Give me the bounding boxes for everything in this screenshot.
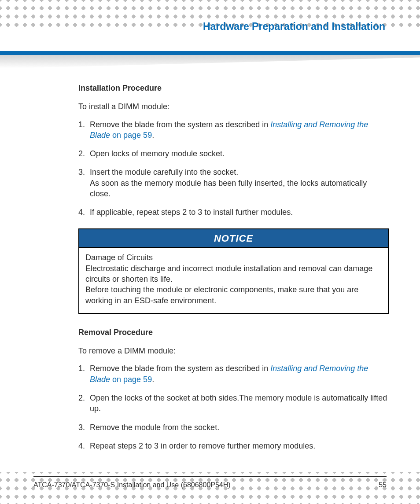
- install-step-2: Open locks of memory module socket.: [78, 148, 389, 159]
- text: .: [152, 375, 154, 384]
- install-intro: To install a DIMM module:: [78, 101, 389, 112]
- removal-heading: Removal Procedure: [78, 327, 389, 338]
- removal-step-2: Open the locks of the socket at both sid…: [78, 393, 389, 414]
- removal-step-3: Remove the module from the socket.: [78, 422, 389, 433]
- text: Open the locks of the socket at both sid…: [90, 394, 387, 413]
- page-content: Installation Procedure To install a DIMM…: [78, 83, 389, 462]
- chapter-title: Hardware Preparation and Installation: [77, 21, 385, 33]
- removal-step-1: Remove the blade from the system as desc…: [78, 363, 389, 385]
- header-rule-shadow: [0, 55, 420, 68]
- footer-doc-id: ATCA-7370/ATCA-7370-S Installation and U…: [33, 481, 231, 489]
- text: If applicable, repeat steps 2 to 3 to in…: [90, 208, 293, 217]
- removal-step-4: Repeat steps 2 to 3 in order to remove f…: [78, 441, 389, 451]
- text: Insert the module carefully into the soc…: [90, 168, 238, 177]
- text: As soon as the memory module has been fu…: [90, 178, 389, 199]
- text: Remove the blade from the system as desc…: [90, 364, 270, 373]
- removal-steps: Remove the blade from the system as desc…: [78, 363, 389, 451]
- removal-intro: To remove a DIMM module:: [78, 346, 389, 356]
- text: Remove the module from the socket.: [90, 423, 219, 432]
- notice-label: NOTICE: [79, 229, 388, 248]
- text: Open locks of memory module socket.: [90, 149, 225, 158]
- notice-line: Electrostatic discharge and incorrect mo…: [85, 263, 382, 285]
- footer-rule: [33, 476, 387, 477]
- notice-box: NOTICE Damage of Circuits Electrostatic …: [78, 228, 389, 314]
- xref-page[interactable]: on page 59: [110, 375, 152, 384]
- text: Remove the blade from the system as desc…: [90, 120, 270, 129]
- notice-line: Damage of Circuits: [85, 252, 382, 263]
- install-steps: Remove the blade from the system as desc…: [78, 119, 389, 218]
- xref-page[interactable]: on page 59: [110, 131, 152, 140]
- install-step-3: Insert the module carefully into the soc…: [78, 167, 389, 199]
- header-rule-blue: [0, 51, 420, 55]
- install-heading: Installation Procedure: [78, 83, 389, 93]
- text: Repeat steps 2 to 3 in order to remove f…: [90, 441, 315, 450]
- page-footer: ATCA-7370/ATCA-7370-S Installation and U…: [33, 481, 387, 489]
- text: .: [152, 131, 154, 140]
- notice-line: Before touching the module or electronic…: [85, 284, 382, 306]
- install-step-4: If applicable, repeat steps 2 to 3 to in…: [78, 207, 389, 217]
- install-step-1: Remove the blade from the system as desc…: [78, 119, 389, 141]
- notice-body: Damage of Circuits Electrostatic dischar…: [79, 248, 388, 313]
- footer-page-number: 55: [379, 481, 387, 489]
